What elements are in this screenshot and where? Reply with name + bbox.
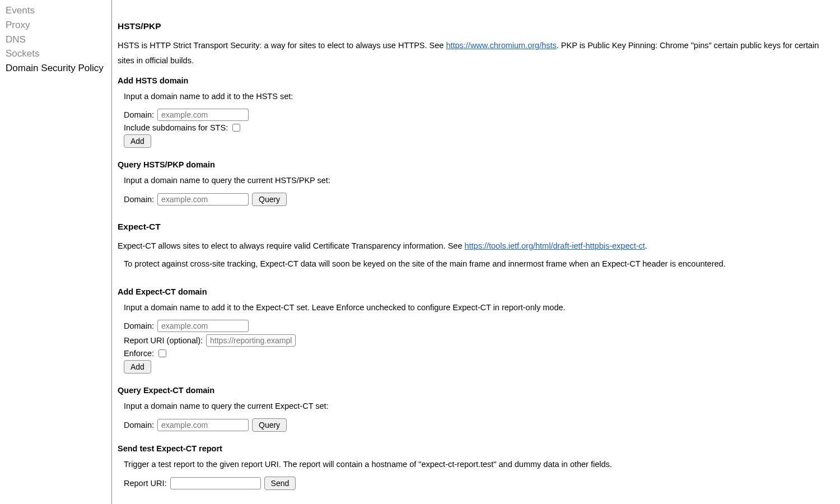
query-hsts-domain-input[interactable] <box>157 193 249 206</box>
add-hsts-heading: Add HSTS domain <box>118 76 829 85</box>
expect-ct-link[interactable]: https://tools.ietf.org/html/draft-ietf-h… <box>464 241 645 250</box>
hsts-pkp-title: HSTS/PKP <box>118 21 829 31</box>
sidebar-item-sockets[interactable]: Sockets <box>6 46 106 61</box>
sidebar-item-proxy[interactable]: Proxy <box>6 18 106 32</box>
sidebar-item-events[interactable]: Events <box>6 3 106 18</box>
hsts-include-subdomains-checkbox[interactable] <box>232 124 240 132</box>
expect-ct-intro-prefix: Expect-CT allows sites to elect to alway… <box>118 241 464 250</box>
hsts-intro-text-prefix: HSTS is HTTP Strict Transport Security: … <box>118 41 446 50</box>
expect-ct-report-uri-label: Report URI (optional): <box>124 336 203 345</box>
expect-ct-intro: Expect-CT allows sites to elect to alway… <box>118 239 829 254</box>
hsts-link[interactable]: https://www.chromium.org/hsts <box>446 41 556 50</box>
hsts-include-subdomains-label: Include subdomains for STS: <box>124 123 228 132</box>
expect-ct-domain-input[interactable] <box>157 320 249 332</box>
add-expect-ct-instructions: Input a domain name to add it to the Exp… <box>124 303 829 312</box>
expect-ct-query-button[interactable]: Query <box>252 418 287 432</box>
sidebar-item-dns[interactable]: DNS <box>6 32 106 47</box>
add-hsts-instructions: Input a domain name to add it to the HST… <box>124 92 829 101</box>
expect-ct-domain-label: Domain: <box>124 321 154 330</box>
expect-ct-enforce-label: Enforce: <box>124 349 154 358</box>
query-hsts-instructions: Input a domain name to query the current… <box>124 176 829 185</box>
query-hsts-domain-label: Domain: <box>124 195 154 204</box>
expect-ct-report-uri-input[interactable] <box>206 334 296 347</box>
query-expect-ct-instructions: Input a domain name to query the current… <box>124 402 829 410</box>
query-expect-ct-domain-label: Domain: <box>124 421 154 430</box>
add-expect-ct-heading: Add Expect-CT domain <box>118 287 829 296</box>
hsts-add-button[interactable]: Add <box>124 134 151 148</box>
query-expect-ct-domain-input[interactable] <box>157 419 249 431</box>
send-test-expect-ct-instructions: Trigger a test report to the given repor… <box>124 460 829 469</box>
query-expect-ct-heading: Query Expect-CT domain <box>118 386 829 395</box>
expect-ct-add-button[interactable]: Add <box>124 360 151 374</box>
send-report-uri-input[interactable] <box>170 477 261 489</box>
main-content: HSTS/PKP HSTS is HTTP Strict Transport S… <box>112 0 840 504</box>
send-button[interactable]: Send <box>264 477 296 490</box>
expect-ct-enforce-checkbox[interactable] <box>158 349 166 357</box>
hsts-domain-input[interactable] <box>157 109 249 121</box>
send-report-uri-label: Report URI: <box>124 479 167 488</box>
hsts-domain-label: Domain: <box>124 110 154 119</box>
query-hsts-heading: Query HSTS/PKP domain <box>118 160 829 169</box>
sidebar-item-domain-security-policy[interactable]: Domain Security Policy <box>6 61 106 76</box>
sidebar: Events Proxy DNS Sockets Domain Security… <box>0 0 112 504</box>
hsts-intro: HSTS is HTTP Strict Transport Security: … <box>118 38 829 68</box>
hsts-query-button[interactable]: Query <box>252 193 287 206</box>
expect-ct-intro-suffix: . <box>645 241 647 250</box>
send-test-expect-ct-heading: Send test Expect-CT report <box>118 444 829 453</box>
expect-ct-title: Expect-CT <box>118 222 829 232</box>
expect-ct-warning: To protect against cross-site tracking, … <box>118 256 829 272</box>
